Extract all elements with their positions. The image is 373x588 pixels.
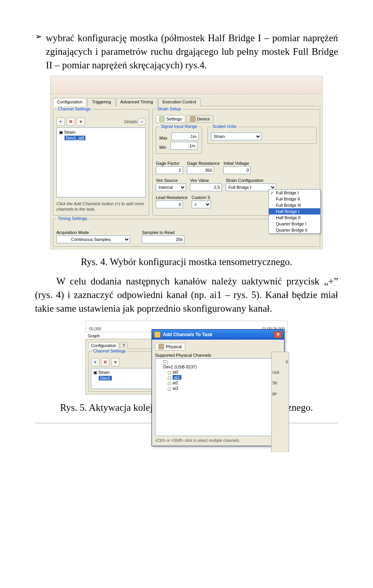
sliver-zero: 0 [272, 360, 288, 364]
list-item-ai2[interactable]: ai2 [166, 380, 279, 386]
dd-full-bridge-1[interactable]: Full Bridge I [269, 190, 320, 196]
add-channels-screenshot: :00,000 01:00:25,000 Graph Configuration… [85, 321, 288, 394]
list-item-ai0[interactable]: ai0 [166, 369, 279, 375]
signal-input-range-title: Signal Input Range [159, 124, 199, 129]
channel-settings-title-2: Channel Settings [92, 349, 127, 353]
custom-label: Custom S [192, 195, 211, 200]
dd-half-bridge-1[interactable]: Half Bridge I [269, 208, 320, 215]
min-input[interactable] [170, 142, 197, 150]
gage-factor-input[interactable] [156, 166, 183, 174]
delete-channel-button-2[interactable]: ✕ [101, 358, 110, 366]
vex-source-label: Vex Source [156, 178, 186, 183]
gage-resistance-label: Gage Resistance [187, 161, 220, 166]
dialog-footer-hint: <Ctrl> or <Shift> click to select multip… [155, 438, 281, 443]
vex-value-label: Vex Value [190, 178, 222, 183]
signal-input-range-group: Signal Input Range Max Min [156, 127, 202, 154]
tab-triggering-2[interactable]: T [120, 342, 128, 349]
list-item-ai1[interactable]: ai1 [166, 375, 279, 380]
initial-voltage-label: Initial Voltage [223, 161, 251, 166]
tab-configuration[interactable]: Configuration [53, 98, 87, 106]
lead-resistance-label: Lead Resistance [156, 195, 188, 200]
figure4-caption: Rys. 4. Wybór konfiguracji mostka tensom… [35, 256, 338, 267]
device-icon-2 [159, 344, 164, 349]
daq-config-screenshot: Configuration Triggering Advanced Timing… [50, 76, 323, 250]
add-channel-button[interactable]: + [56, 117, 65, 126]
channel-settings-group: Channel Settings + ✕ ▾ Details » ▣ Strai… [53, 109, 149, 216]
bullet-glyph: ➢ [35, 31, 42, 42]
scaled-units-title: Scaled Units [211, 124, 238, 129]
tree-item-dev1-ai0[interactable]: Dev1_ai0 [64, 135, 144, 141]
dd-full-bridge-3[interactable]: Full Bridge III [269, 202, 320, 208]
dd-quarter-bridge-2[interactable]: Quarter Bridge II [269, 227, 320, 233]
add-channel-button-2[interactable]: + [91, 358, 99, 366]
chevron-right-icon: » [138, 118, 146, 125]
supported-channels-label: Supported Physical Channels [155, 353, 281, 358]
dd-full-bridge-2[interactable]: Full Bridge II [269, 196, 320, 202]
dialog-icon [154, 332, 160, 338]
dialog-close-button[interactable]: ✕ [274, 331, 282, 338]
paragraph-2: W celu dodania następnych kanałów należy… [35, 274, 338, 315]
details-toggle[interactable]: Details » [124, 118, 146, 125]
list-device-node[interactable]: Dev1 (USB-9237) [157, 360, 279, 369]
dialog-titlebar[interactable]: Add Channels To Task ✕ [152, 330, 284, 340]
main-tabstrip: Configuration Triggering Advanced Timing… [53, 98, 320, 106]
gage-resistance-input[interactable] [187, 166, 214, 174]
strain-config-dropdown[interactable]: Full Bridge I Full Bridge II Full Bridge… [268, 189, 321, 234]
add-channel-hint: Click the Add Channels button (+) to add… [56, 201, 146, 212]
samples-to-read-input[interactable] [142, 236, 185, 243]
dd-quarter-bridge-1[interactable]: Quarter Bridge I [269, 221, 320, 227]
acq-mode-label: Acquisition Mode [56, 230, 130, 235]
dd-half-bridge-2[interactable]: Half Bridge II [269, 215, 320, 221]
min-label: Min [159, 145, 166, 150]
dialog-title-text: Add Channels To Task [163, 332, 213, 337]
settings-icon [159, 116, 165, 122]
gage-factor-label: Gage Factor [156, 161, 183, 166]
tab-configuration-2[interactable]: Configuration [88, 342, 119, 349]
channel-menu-button-2[interactable]: ▾ [111, 358, 120, 366]
max-input[interactable] [171, 133, 199, 140]
scaled-units-select[interactable]: Strain [211, 133, 261, 140]
tab-advanced-timing[interactable]: Advanced Timing [116, 98, 157, 106]
subtab-settings[interactable]: Settings [156, 115, 185, 123]
physical-tab[interactable]: Physical [155, 343, 185, 351]
channel-tree[interactable]: ▣ Strain Dev1_ai0 [56, 127, 146, 197]
acq-mode-select[interactable]: Continuous Samples [56, 236, 130, 243]
channel-settings-title: Channel Settings [56, 106, 92, 111]
tab-triggering[interactable]: Triggering [87, 98, 115, 106]
scaled-units-group: Scaled Units Strain [207, 127, 317, 144]
samples-to-read-label: Samples to Read [142, 230, 185, 235]
timing-settings-title: Timing Settings [56, 216, 89, 221]
right-panel-sliver: 0 Unil Str ge [271, 352, 289, 452]
initial-voltage-input[interactable] [223, 166, 251, 174]
strain-setup-group: Strain Setup Settings Device Signal Inpu… [152, 109, 320, 216]
max-label: Max [159, 136, 167, 140]
sliver-unil: Unil [272, 370, 288, 375]
delete-channel-button[interactable]: ✕ [66, 117, 75, 126]
add-channels-dialog: Add Channels To Task ✕ Physical Supporte… [152, 329, 284, 446]
subtab-device[interactable]: Device [186, 115, 214, 123]
physical-channel-list[interactable]: Dev1 (USB-9237) ai0 ai1 ai2 ai3 [155, 358, 281, 436]
strain-setup-title: Strain Setup [156, 106, 183, 111]
plot-area-placeholder [51, 76, 322, 94]
tree-item-strain[interactable]: ▣ Strain [58, 129, 144, 135]
tab-execution-control[interactable]: Execution Control [158, 98, 200, 106]
lead-resistance-input[interactable] [156, 201, 183, 208]
custom-select[interactable]: < [192, 201, 211, 208]
strain-config-label: Strain Configuration [226, 178, 317, 183]
channel-menu-button[interactable]: ▾ [77, 117, 85, 126]
list-item-ai3[interactable]: ai3 [166, 386, 279, 391]
time-label-left: :00,000 [88, 327, 101, 331]
sliver-ge: ge [272, 391, 288, 396]
sliver-str: Str [272, 381, 288, 385]
device-icon [190, 116, 195, 122]
vex-source-select[interactable]: Internal [156, 183, 186, 191]
vex-value-input[interactable] [190, 183, 222, 191]
bullet-text: wybrać konfigurację mostka (półmostek Ha… [46, 31, 338, 72]
